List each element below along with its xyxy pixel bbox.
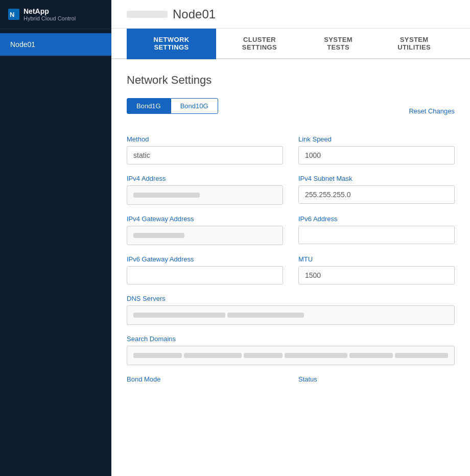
- ipv4-address-label: IPv4 Address: [127, 175, 283, 182]
- topbar: Node01: [111, 0, 470, 29]
- sidebar-item-node01[interactable]: Node01: [0, 33, 111, 56]
- bond-mode-label: Bond Mode: [127, 375, 283, 383]
- dns-blur: [133, 313, 225, 318]
- link-speed-label: Link Speed: [298, 135, 455, 143]
- ipv6-gateway-label: IPv6 Gateway Address: [127, 255, 283, 263]
- dns-field: DNS Servers: [127, 295, 455, 325]
- search-blur3: [244, 353, 283, 358]
- status-label: Status: [298, 375, 455, 383]
- tab-cluster-settings[interactable]: CLUSTER SETTINGS: [216, 29, 303, 59]
- mtu-field: MTU: [298, 255, 455, 284]
- bond-mode-field: Bond Mode: [127, 375, 283, 383]
- ipv6-address-input[interactable]: [298, 226, 455, 244]
- netapp-logo-icon: N: [8, 9, 19, 20]
- form-grid: Method Link Speed IPv4 Address IPv4 Subn…: [127, 135, 455, 383]
- method-field: Method: [127, 135, 283, 164]
- mtu-input[interactable]: [298, 266, 455, 284]
- mtu-label: MTU: [298, 255, 455, 263]
- ipv4-gateway-label: IPv4 Gateway Address: [127, 215, 283, 223]
- ipv4-address-input[interactable]: [127, 185, 283, 205]
- dns-label: DNS Servers: [127, 295, 455, 302]
- ipv4-gateway-input[interactable]: [127, 226, 283, 245]
- tab-system-utilities[interactable]: SYSTEM UTILITIES: [373, 29, 455, 59]
- main-content: Node01 NETWORK SETTINGS CLUSTER SETTINGS…: [111, 0, 470, 476]
- ipv4-gateway-field: IPv4 Gateway Address: [127, 215, 283, 245]
- tab-network-settings[interactable]: NETWORK SETTINGS: [127, 29, 216, 59]
- content-area: Network Settings Bond1G Bond10G Reset Ch…: [111, 59, 470, 403]
- tab-system-tests[interactable]: SYSTEM TESTS: [303, 29, 374, 59]
- search-blur1: [133, 353, 182, 358]
- ipv4-address-blur: [133, 193, 200, 198]
- sidebar: N NetApp Hybrid Cloud Control Node01: [0, 0, 111, 476]
- method-input[interactable]: [127, 146, 283, 164]
- section-title: Network Settings: [127, 74, 455, 87]
- link-speed-field: Link Speed: [298, 135, 455, 164]
- ipv4-gateway-blur: [133, 233, 184, 238]
- svg-text:N: N: [10, 11, 14, 18]
- sidebar-logo: N NetApp Hybrid Cloud Control: [0, 0, 111, 29]
- tabs-bar: NETWORK SETTINGS CLUSTER SETTINGS SYSTEM…: [111, 29, 470, 59]
- dns-blur2: [227, 313, 304, 318]
- bond-tab-bond1g[interactable]: Bond1G: [127, 98, 171, 114]
- bond-tab-bond10g[interactable]: Bond10G: [171, 98, 218, 114]
- ipv6-gateway-field: IPv6 Gateway Address: [127, 255, 283, 284]
- app-name: NetApp: [24, 7, 76, 15]
- ipv4-subnet-field: IPv4 Subnet Mask: [298, 175, 455, 205]
- ipv6-address-field: IPv6 Address: [298, 215, 455, 245]
- status-field: Status: [298, 375, 455, 383]
- search-blur6: [395, 353, 448, 358]
- search-blur4: [285, 353, 347, 358]
- method-label: Method: [127, 135, 283, 143]
- search-domains-input[interactable]: [127, 346, 455, 365]
- ipv4-subnet-input[interactable]: [298, 185, 455, 204]
- reset-changes-link[interactable]: Reset Changes: [409, 107, 455, 115]
- bond-tabs: Bond1G Bond10G: [127, 98, 218, 114]
- bond-tabs-row: Bond1G Bond10G Reset Changes: [127, 98, 455, 124]
- search-blur5: [349, 353, 393, 358]
- ipv6-gateway-input[interactable]: [127, 266, 283, 284]
- link-speed-input[interactable]: [298, 146, 455, 164]
- ipv4-subnet-label: IPv4 Subnet Mask: [298, 175, 455, 182]
- search-blur2: [184, 353, 242, 358]
- dns-input[interactable]: [127, 305, 455, 325]
- page-title-area: Node01: [127, 7, 216, 21]
- ipv6-address-label: IPv6 Address: [298, 215, 455, 223]
- ipv4-address-field: IPv4 Address: [127, 175, 283, 205]
- search-domains-field: Search Domains: [127, 335, 455, 365]
- page-title: Node01: [173, 7, 216, 21]
- search-domains-label: Search Domains: [127, 335, 455, 343]
- page-title-blur-decoration: [127, 11, 168, 18]
- app-subtitle: Hybrid Cloud Control: [24, 15, 76, 21]
